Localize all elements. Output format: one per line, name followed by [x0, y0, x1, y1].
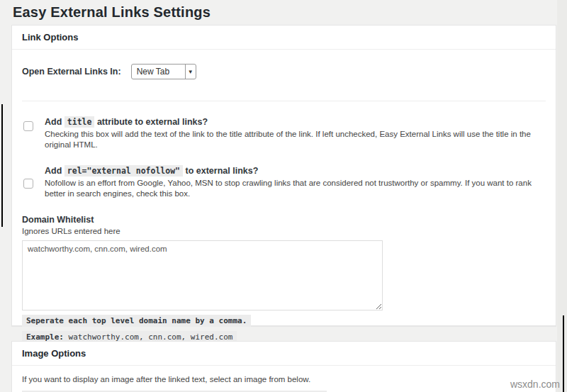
label-prefix: Add	[45, 166, 64, 176]
domain-whitelist-textarea[interactable]: watchworthy.com, cnn.com, wired.com	[22, 240, 383, 310]
nofollow-row: Add rel="external nofollow" to external …	[22, 165, 546, 199]
open-links-row: Open External Links In: New Tab ▼	[22, 64, 546, 79]
whitelist-hint: Seperate each top level domain name by a…	[22, 315, 251, 327]
right-gutter	[557, 0, 567, 392]
nofollow-checkbox[interactable]	[23, 179, 33, 189]
title-attribute-checkbox[interactable]	[23, 121, 33, 131]
right-edge-artifact	[563, 315, 564, 392]
page-title: Easy External Links Settings	[0, 0, 567, 21]
nofollow-description: Nofollow is an effort from Google, Yahoo…	[45, 178, 546, 199]
open-links-select[interactable]: New Tab ▼	[131, 64, 196, 79]
image-options-intro: If you want to display an image after th…	[12, 366, 556, 383]
nofollow-text: Add rel="external nofollow" to external …	[45, 165, 546, 199]
nofollow-label: Add rel="external nofollow" to external …	[45, 165, 546, 177]
title-attribute-description: Checking this box will add the text of t…	[45, 129, 546, 150]
watermark-text: wsxdn.com	[510, 379, 560, 390]
link-options-heading: Link Options	[12, 26, 556, 50]
open-links-selected-value: New Tab	[132, 67, 185, 77]
label-prefix: Add	[45, 117, 64, 127]
title-attribute-row: Add title attribute to external links? C…	[22, 116, 546, 150]
left-edge-artifact	[1, 104, 3, 227]
label-suffix: to external links?	[183, 166, 258, 176]
code-snippet: rel="external nofollow"	[64, 165, 183, 177]
link-options-panel: Link Options Open External Links In: New…	[11, 25, 556, 326]
image-options-heading: Image Options	[12, 342, 556, 366]
domain-whitelist-label: Domain Whitelist	[22, 215, 546, 225]
chevron-down-icon: ▼	[185, 65, 196, 79]
code-snippet: title	[64, 116, 95, 128]
label-suffix: attribute to external links?	[94, 117, 208, 127]
title-attribute-label: Add title attribute to external links?	[45, 116, 546, 128]
open-links-label: Open External Links In:	[22, 67, 121, 77]
image-options-panel: Image Options If you want to display an …	[11, 341, 556, 392]
section-divider	[22, 101, 546, 101]
title-attribute-text: Add title attribute to external links? C…	[45, 116, 546, 150]
domain-whitelist-sublabel: Ignores URLs entered here	[22, 227, 546, 235]
